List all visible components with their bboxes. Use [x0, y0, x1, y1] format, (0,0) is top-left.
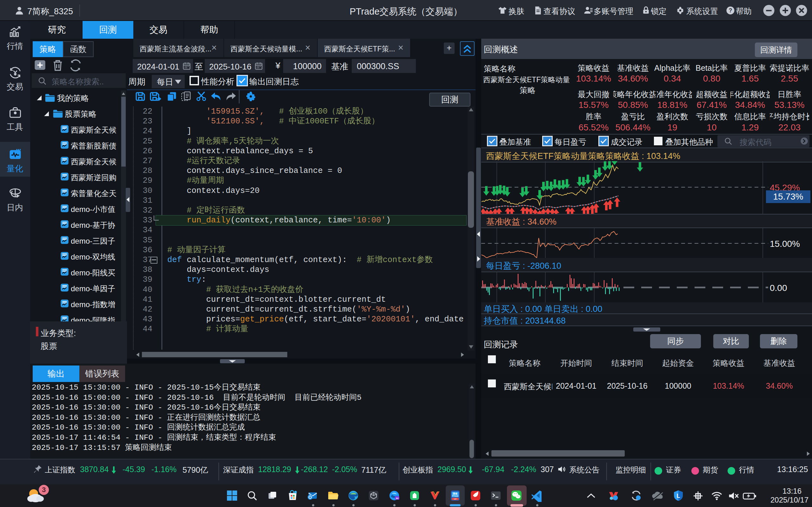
- svg-text:AI: AI: [396, 497, 398, 500]
- svg-text:L: L: [677, 493, 680, 499]
- svg-text:VIP: VIP: [453, 498, 457, 500]
- svg-text:PTrade: PTrade: [452, 495, 458, 497]
- svg-text:国金: 国金: [453, 492, 458, 495]
- svg-text:?: ?: [729, 7, 732, 14]
